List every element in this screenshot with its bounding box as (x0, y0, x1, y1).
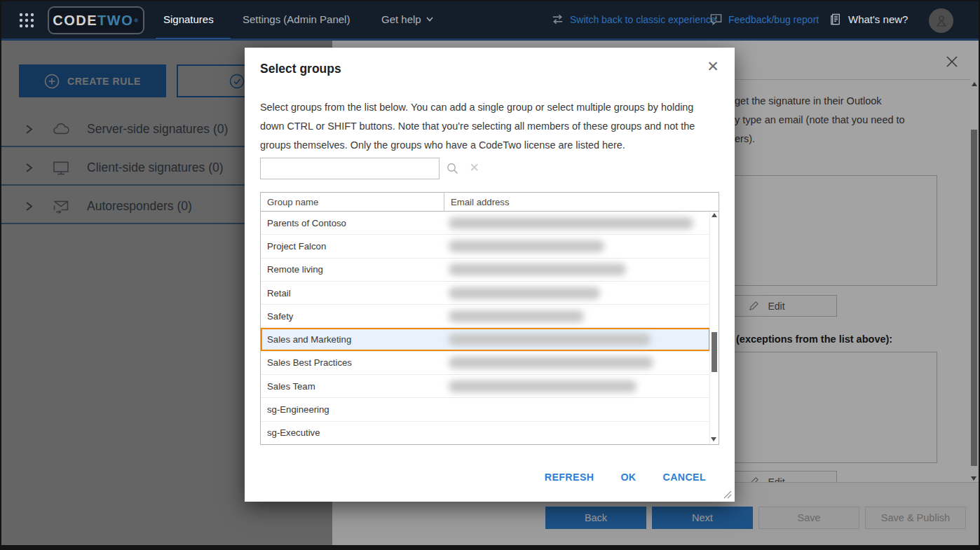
top-navigation-bar: CODETWO® Signatures Settings (Admin Pane… (0, 0, 980, 41)
email-address-cell (444, 357, 710, 369)
logo-text-two: TWO (97, 13, 133, 29)
table-row[interactable]: Retail (261, 282, 710, 305)
table-row[interactable]: Parents of Contoso (261, 212, 710, 235)
dialog-description: Select groups from the list below. You c… (260, 98, 719, 155)
codetwo-logo[interactable]: CODETWO® (48, 6, 144, 34)
tab-signatures[interactable]: Signatures (163, 0, 214, 39)
user-avatar[interactable] (929, 8, 953, 33)
whats-new-link[interactable]: What's new? (829, 0, 908, 39)
table-row[interactable]: Sales Team (261, 375, 710, 398)
description-line: down CTRL or SHIFT buttons. Note that yo… (260, 117, 719, 136)
group-name-cell: Sales Team (261, 381, 444, 392)
blurred-email-value (449, 240, 604, 252)
table-row[interactable]: Sales and Marketing (261, 328, 710, 351)
group-name-cell: Safety (261, 311, 444, 322)
email-address-cell (444, 287, 710, 299)
table-header-row: Group name Email address (261, 193, 719, 212)
feedback-bug-report-link[interactable]: Feedback/bug report (709, 0, 819, 39)
refresh-button[interactable]: REFRESH (545, 472, 594, 483)
dialog-footer: REFRESH OK CANCEL (245, 472, 706, 483)
group-table-body: Parents of ContosoProject FalconRemote l… (261, 212, 710, 444)
window-border (0, 545, 980, 550)
table-row[interactable]: Remote living (261, 259, 710, 282)
app-launcher-waffle-icon[interactable] (18, 12, 35, 29)
window-border (0, 0, 1, 550)
group-name-cell: sg-Executive (261, 427, 444, 438)
chevron-down-icon (426, 17, 433, 22)
dialog-close-icon[interactable]: ✕ (705, 59, 721, 74)
group-name-cell: Remote living (261, 264, 444, 275)
blurred-email-value (449, 310, 584, 322)
description-line: Select groups from the list below. You c… (260, 98, 719, 117)
email-address-cell (444, 217, 710, 229)
blurred-email-value (449, 380, 637, 392)
clear-search-icon[interactable]: ✕ (469, 163, 479, 173)
resize-grip-icon[interactable] (722, 489, 732, 499)
blurred-email-value (449, 263, 626, 275)
column-header-group-name: Group name (261, 193, 444, 211)
email-address-cell (444, 380, 710, 392)
cancel-button[interactable]: CANCEL (662, 472, 706, 483)
dialog-title: Select groups (260, 62, 341, 76)
group-name-cell: sg-Engineering (261, 404, 444, 415)
group-name-cell: Sales Best Practices (261, 357, 444, 368)
logo-text-code: CODE (53, 13, 97, 29)
table-row[interactable]: Project Falcon (261, 235, 710, 258)
blurred-email-value (449, 334, 651, 345)
email-address-cell (444, 334, 710, 345)
group-name-cell: Retail (261, 288, 444, 298)
group-name-cell: Parents of Contoso (261, 218, 444, 228)
whats-new-label: What's new? (848, 13, 908, 25)
groups-table: Group name Email address Parents of Cont… (260, 192, 719, 445)
scrollbar-thumb[interactable] (712, 332, 717, 372)
email-address-cell (444, 310, 710, 322)
scroll-up-arrow-icon[interactable] (712, 213, 717, 217)
group-name-cell: Sales and Marketing (261, 334, 444, 345)
column-header-email-address: Email address (444, 197, 510, 207)
logo-registered-mark: ® (134, 18, 139, 24)
switch-to-classic-link[interactable]: Switch back to classic experience (551, 0, 716, 39)
ok-button[interactable]: OK (620, 472, 636, 483)
table-row[interactable]: sg-Executive (261, 422, 710, 444)
feedback-label: Feedback/bug report (728, 14, 819, 25)
scroll-down-arrow-icon[interactable] (711, 437, 716, 441)
nav-bottom-accent-line (0, 39, 980, 41)
search-icon[interactable] (447, 163, 458, 174)
news-document-icon (829, 13, 843, 26)
table-row[interactable]: Safety (261, 305, 710, 328)
blurred-email-value (449, 217, 693, 229)
table-scrollbar[interactable] (709, 212, 719, 444)
get-help-label: Get help (381, 13, 421, 25)
email-address-cell (444, 263, 710, 275)
table-row[interactable]: sg-Engineering (261, 398, 710, 421)
feedback-bubble-icon (709, 13, 723, 26)
switch-to-classic-label: Switch back to classic experience (570, 14, 716, 25)
description-line: groups themselves. Only the groups who h… (260, 136, 719, 155)
blurred-email-value (449, 357, 653, 369)
table-row[interactable]: Sales Best Practices (261, 352, 710, 375)
email-address-cell (444, 240, 710, 252)
swap-arrows-icon (551, 13, 564, 26)
blurred-email-value (449, 287, 600, 299)
person-icon (934, 13, 949, 29)
tab-get-help[interactable]: Get help (381, 0, 433, 39)
select-groups-dialog: Select groups ✕ Select groups from the l… (245, 48, 735, 502)
tab-settings-admin-panel[interactable]: Settings (Admin Panel) (243, 0, 350, 39)
group-name-cell: Project Falcon (261, 241, 444, 252)
app-window: CODETWO® Signatures Settings (Admin Pane… (0, 0, 980, 550)
group-search-input[interactable] (260, 158, 440, 179)
window-border (0, 0, 980, 1)
